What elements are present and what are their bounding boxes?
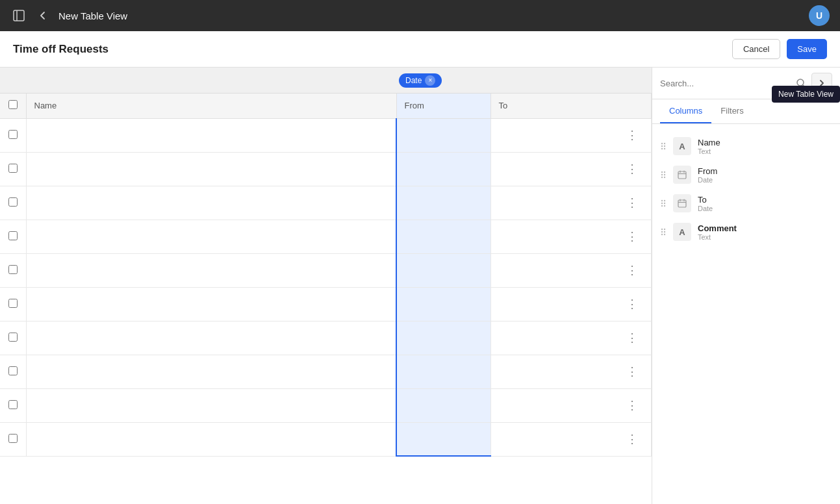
table-row: ⋮: [0, 118, 652, 152]
table-header-row: Name From To: [0, 94, 652, 118]
svg-point-24: [661, 205, 663, 207]
column-item[interactable]: A Comment Text: [652, 218, 840, 246]
date-filter-chip[interactable]: Date ×: [399, 73, 442, 88]
avatar[interactable]: U: [809, 5, 830, 26]
row-actions-button[interactable]: ⋮: [621, 362, 643, 381]
row-name-cell: [26, 321, 396, 355]
row-to-cell: ⋮: [490, 186, 652, 220]
row-checkbox[interactable]: [8, 231, 18, 240]
row-checkbox-cell: [0, 253, 26, 287]
table-row: ⋮: [0, 253, 652, 287]
save-button[interactable]: Save: [787, 39, 827, 59]
svg-rect-26: [678, 200, 686, 207]
row-to-cell: ⋮: [490, 253, 652, 287]
col-name-label: To: [698, 195, 832, 205]
row-from-cell: [396, 253, 490, 287]
row-to-cell: ⋮: [490, 152, 652, 186]
svg-point-5: [664, 143, 665, 144]
column-item[interactable]: A Name Text: [652, 132, 840, 160]
row-from-cell: [396, 152, 490, 186]
row-checkbox-cell: [0, 220, 26, 253]
svg-point-34: [661, 234, 663, 235]
row-name-cell: [26, 253, 396, 287]
row-checkbox[interactable]: [8, 333, 18, 342]
cancel-button[interactable]: Cancel: [732, 39, 780, 59]
row-checkbox-cell: [0, 321, 26, 355]
topbar-title: New Table View: [58, 10, 127, 21]
chip-close-button[interactable]: ×: [425, 75, 435, 86]
col-type-label: Date: [698, 205, 832, 212]
row-actions-button[interactable]: ⋮: [621, 328, 643, 347]
row-checkbox-cell: [0, 388, 26, 422]
topbar-left: New Table View: [10, 7, 127, 24]
row-from-cell: [396, 321, 490, 355]
column-item[interactable]: To Date: [652, 189, 840, 218]
svg-rect-16: [678, 171, 686, 179]
row-actions-button[interactable]: ⋮: [621, 294, 643, 314]
header-checkbox-col: [0, 94, 26, 118]
drag-handle[interactable]: [660, 199, 667, 208]
drag-handle[interactable]: [660, 170, 667, 179]
svg-point-33: [664, 231, 665, 233]
svg-point-10: [661, 171, 663, 173]
col-type-icon: [673, 166, 691, 184]
sidebar-toggle-button[interactable]: [10, 7, 27, 24]
col-name-label: Comment: [698, 223, 832, 233]
row-actions-button[interactable]: ⋮: [621, 125, 643, 145]
row-checkbox[interactable]: [8, 299, 18, 308]
svg-point-35: [664, 234, 665, 235]
row-checkbox[interactable]: [8, 130, 18, 139]
svg-point-9: [664, 148, 665, 149]
back-button[interactable]: [35, 8, 51, 23]
page-title: Time off Requests: [13, 43, 108, 56]
col-type-icon: A: [673, 137, 691, 155]
row-actions-button[interactable]: ⋮: [621, 159, 643, 179]
row-to-cell: ⋮: [490, 220, 652, 253]
table-row: ⋮: [0, 220, 652, 253]
row-checkbox[interactable]: [8, 164, 18, 173]
svg-point-30: [661, 229, 663, 230]
col-type-icon: A: [673, 223, 691, 241]
row-name-cell: [26, 220, 396, 253]
data-table: Name From To ⋮: [0, 94, 652, 457]
column-list: A Name Text From Date: [652, 124, 840, 254]
row-actions-button[interactable]: ⋮: [621, 260, 643, 280]
svg-point-20: [661, 200, 663, 201]
svg-point-13: [664, 174, 665, 175]
svg-point-21: [664, 200, 665, 201]
row-to-cell: ⋮: [490, 355, 652, 388]
subheader: Time off Requests Cancel Save: [0, 31, 840, 68]
row-actions-button[interactable]: ⋮: [621, 227, 643, 246]
tooltip-box: New Table View: [772, 86, 840, 103]
row-actions-button[interactable]: ⋮: [621, 396, 643, 415]
svg-point-6: [661, 145, 663, 147]
svg-point-11: [664, 171, 665, 173]
row-checkbox[interactable]: [8, 400, 18, 409]
select-all-checkbox[interactable]: [8, 100, 18, 109]
table-row: ⋮: [0, 388, 652, 422]
row-checkbox[interactable]: [8, 265, 18, 274]
tab-columns[interactable]: Columns: [660, 99, 711, 123]
header-name: Name: [26, 94, 396, 118]
tab-filters[interactable]: Filters: [711, 99, 752, 123]
row-to-cell: ⋮: [490, 118, 652, 152]
row-checkbox[interactable]: [8, 366, 18, 375]
row-name-cell: [26, 186, 396, 220]
svg-point-22: [661, 203, 663, 204]
svg-rect-0: [14, 10, 24, 21]
drag-handle[interactable]: [660, 142, 667, 151]
table-row: ⋮: [0, 355, 652, 388]
column-item[interactable]: From Date: [652, 160, 840, 189]
row-name-cell: [26, 388, 396, 422]
row-checkbox[interactable]: [8, 197, 18, 207]
row-name-cell: [26, 355, 396, 388]
table-row: ⋮: [0, 287, 652, 321]
svg-point-8: [661, 148, 663, 149]
row-checkbox[interactable]: [8, 434, 18, 443]
row-actions-button[interactable]: ⋮: [621, 429, 643, 449]
col-info: To Date: [698, 195, 832, 212]
drag-handle[interactable]: [660, 227, 667, 236]
svg-point-31: [664, 229, 665, 230]
svg-point-32: [661, 231, 663, 233]
row-actions-button[interactable]: ⋮: [621, 193, 643, 212]
